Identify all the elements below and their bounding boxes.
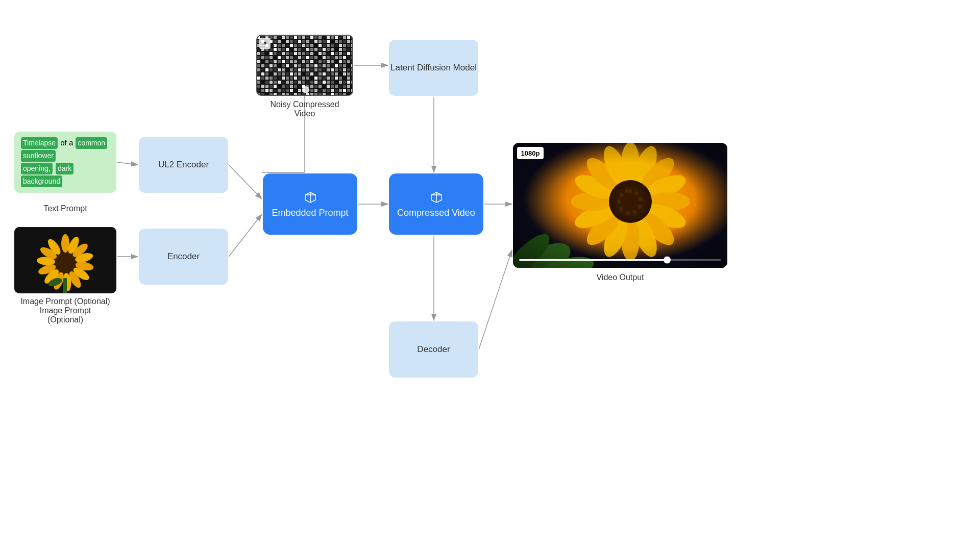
svg-rect-78 bbox=[343, 40, 346, 43]
svg-rect-149 bbox=[339, 52, 342, 55]
latent-diffusion-box: Latent Diffusion Model bbox=[389, 40, 478, 96]
svg-rect-193 bbox=[323, 60, 326, 63]
svg-rect-337 bbox=[323, 85, 326, 88]
word-sunflower: sunflower bbox=[21, 150, 56, 162]
svg-rect-199 bbox=[347, 60, 350, 63]
svg-rect-309 bbox=[306, 81, 309, 84]
svg-rect-271 bbox=[347, 72, 350, 76]
svg-rect-148 bbox=[335, 52, 338, 55]
svg-rect-250 bbox=[261, 72, 264, 76]
svg-rect-240 bbox=[318, 68, 322, 71]
svg-rect-121 bbox=[323, 48, 326, 51]
svg-rect-284 bbox=[302, 77, 305, 80]
svg-rect-438 bbox=[519, 259, 667, 261]
compressed-video-label: Compressed Video bbox=[397, 208, 475, 218]
svg-rect-344 bbox=[351, 85, 353, 88]
svg-rect-343 bbox=[347, 85, 350, 88]
svg-rect-206 bbox=[278, 64, 281, 67]
svg-rect-95 bbox=[314, 44, 317, 47]
svg-rect-94 bbox=[310, 44, 313, 47]
svg-rect-108 bbox=[270, 48, 273, 51]
svg-rect-88 bbox=[286, 44, 289, 47]
svg-rect-131 bbox=[265, 52, 268, 55]
svg-rect-381 bbox=[306, 93, 309, 96]
svg-rect-233 bbox=[290, 68, 293, 71]
svg-rect-341 bbox=[339, 85, 342, 88]
svg-rect-247 bbox=[347, 68, 350, 71]
svg-rect-176 bbox=[351, 56, 353, 59]
svg-rect-160 bbox=[286, 56, 289, 59]
svg-rect-125 bbox=[339, 48, 342, 51]
svg-rect-370 bbox=[261, 93, 264, 96]
ul2-encoder-label: UL2 Encoder bbox=[158, 160, 209, 170]
svg-rect-120 bbox=[318, 48, 322, 51]
svg-rect-164 bbox=[302, 56, 305, 59]
svg-rect-301 bbox=[274, 81, 277, 84]
svg-rect-238 bbox=[310, 68, 313, 71]
svg-rect-102 bbox=[343, 44, 346, 47]
svg-rect-157 bbox=[274, 56, 277, 59]
svg-rect-384 bbox=[318, 93, 322, 96]
svg-rect-93 bbox=[306, 44, 309, 47]
svg-rect-222 bbox=[343, 64, 346, 67]
svg-rect-67 bbox=[298, 40, 301, 43]
svg-rect-134 bbox=[278, 52, 281, 55]
svg-rect-173 bbox=[339, 56, 342, 59]
svg-rect-363 bbox=[331, 89, 334, 92]
cube-icon-embedded bbox=[303, 190, 317, 205]
svg-rect-262 bbox=[310, 72, 313, 76]
svg-rect-141 bbox=[306, 52, 309, 55]
svg-rect-231 bbox=[282, 68, 285, 71]
svg-rect-189 bbox=[306, 60, 309, 63]
image-prompt-box bbox=[14, 227, 116, 293]
svg-rect-225 bbox=[257, 68, 260, 71]
svg-rect-46 bbox=[310, 36, 313, 39]
svg-rect-305 bbox=[290, 81, 293, 84]
svg-rect-169 bbox=[323, 56, 326, 59]
svg-rect-30 bbox=[63, 278, 67, 293]
svg-rect-246 bbox=[343, 68, 346, 71]
svg-rect-317 bbox=[339, 81, 342, 84]
svg-rect-86 bbox=[278, 44, 281, 47]
svg-rect-90 bbox=[294, 44, 297, 47]
svg-rect-375 bbox=[282, 93, 285, 96]
svg-rect-374 bbox=[278, 93, 281, 96]
svg-rect-195 bbox=[331, 60, 334, 63]
svg-rect-99 bbox=[331, 44, 334, 47]
svg-rect-325 bbox=[274, 85, 277, 88]
svg-rect-115 bbox=[298, 48, 301, 51]
svg-rect-352 bbox=[286, 89, 289, 92]
svg-rect-42 bbox=[294, 36, 297, 39]
svg-rect-277 bbox=[274, 77, 277, 80]
svg-rect-265 bbox=[323, 72, 326, 76]
svg-rect-174 bbox=[343, 56, 346, 59]
svg-rect-377 bbox=[290, 93, 293, 96]
svg-rect-140 bbox=[302, 52, 305, 55]
svg-rect-383 bbox=[314, 93, 317, 96]
word-opening: opening, bbox=[21, 163, 53, 174]
svg-rect-326 bbox=[278, 85, 281, 88]
svg-rect-365 bbox=[339, 89, 342, 92]
word-of: of a bbox=[60, 138, 75, 147]
svg-rect-354 bbox=[294, 89, 297, 92]
svg-rect-156 bbox=[270, 56, 273, 59]
svg-rect-224 bbox=[351, 64, 353, 67]
svg-rect-200 bbox=[351, 60, 353, 63]
svg-rect-201 bbox=[257, 64, 260, 67]
svg-rect-296 bbox=[351, 77, 353, 80]
svg-rect-280 bbox=[286, 77, 289, 80]
svg-rect-217 bbox=[323, 64, 326, 67]
image-prompt-label-text: Image Prompt (Optional) bbox=[20, 297, 110, 306]
svg-rect-261 bbox=[306, 72, 309, 76]
svg-rect-166 bbox=[310, 56, 313, 59]
svg-rect-163 bbox=[298, 56, 301, 59]
svg-rect-109 bbox=[274, 48, 277, 51]
svg-rect-53 bbox=[339, 36, 342, 39]
svg-rect-72 bbox=[318, 40, 322, 43]
svg-text:1080p: 1080p bbox=[521, 149, 540, 157]
svg-rect-168 bbox=[318, 56, 322, 59]
svg-rect-211 bbox=[298, 64, 301, 67]
svg-rect-320 bbox=[351, 81, 353, 84]
word-background: background bbox=[21, 176, 62, 187]
svg-rect-158 bbox=[278, 56, 281, 59]
